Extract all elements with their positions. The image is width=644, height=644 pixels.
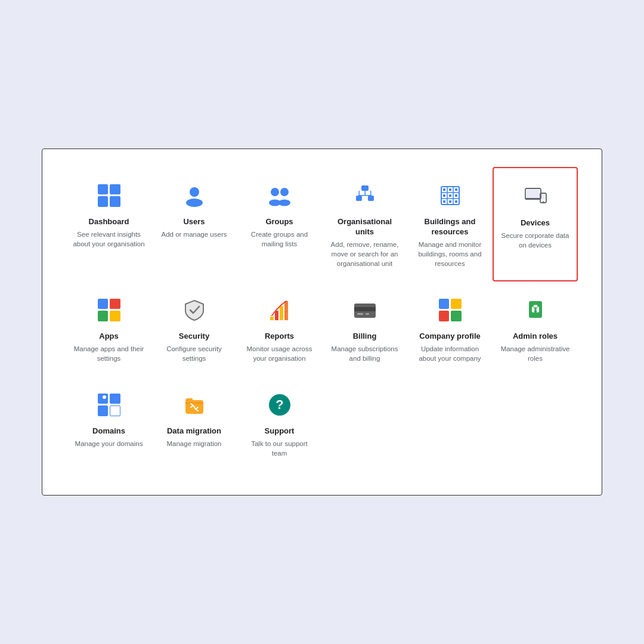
org-units-card[interactable]: Organisational units Add, remove, rename…: [322, 167, 407, 281]
company-profile-desc: Update information about your company: [413, 344, 487, 363]
devices-icon: [520, 181, 551, 212]
company-profile-icon: [435, 295, 466, 326]
svg-rect-23: [455, 194, 457, 197]
data-migration-icon: [179, 389, 210, 420]
billing-icon: [349, 295, 380, 326]
svg-rect-28: [525, 198, 541, 200]
groups-card[interactable]: Groups Create groups and mailing lists: [237, 167, 322, 281]
svg-point-31: [543, 201, 544, 202]
domains-title: Domains: [92, 426, 125, 436]
apps-icon: [94, 295, 125, 326]
svg-rect-25: [449, 200, 451, 203]
svg-point-3: [280, 188, 289, 196]
data-migration-title: Data migration: [167, 426, 221, 436]
dashboard-icon: [94, 180, 125, 211]
svg-rect-29: [527, 190, 540, 198]
svg-rect-36: [284, 301, 288, 320]
support-icon: ?: [264, 389, 295, 420]
domains-card[interactable]: Domains Manage your domains: [66, 376, 151, 471]
domains-icon: [94, 389, 125, 420]
security-icon: [179, 295, 210, 326]
card-grid: Dashboard See relevant insights about yo…: [66, 167, 578, 471]
svg-rect-32: [541, 194, 545, 200]
admin-roles-card[interactable]: Admin roles Manage administrative roles: [493, 281, 578, 376]
svg-rect-43: [533, 305, 538, 308]
svg-rect-19: [449, 188, 451, 191]
users-title: Users: [183, 217, 205, 227]
org-icon: [349, 180, 380, 211]
svg-rect-22: [449, 194, 451, 197]
svg-rect-39: [357, 313, 363, 315]
buildings-desc: Manage and monitor buildings, rooms and …: [413, 240, 487, 268]
svg-rect-6: [361, 185, 369, 191]
svg-point-0: [190, 187, 199, 197]
security-card[interactable]: Security Configure security settings: [151, 281, 237, 376]
data-migration-card[interactable]: Data migration Manage migration: [151, 376, 237, 471]
company-profile-title: Company profile: [419, 332, 481, 342]
data-migration-desc: Manage migration: [166, 439, 221, 448]
billing-title: Billing: [353, 332, 377, 342]
groups-desc: Create groups and mailing lists: [243, 230, 316, 249]
svg-rect-34: [275, 311, 278, 320]
support-title: Support: [265, 426, 295, 436]
dashboard-title: Dashboard: [89, 217, 129, 227]
security-desc: Configure security settings: [157, 344, 231, 363]
devices-title: Devices: [521, 218, 550, 228]
svg-point-44: [534, 308, 537, 310]
svg-rect-7: [364, 191, 366, 195]
apps-card[interactable]: Apps Manage apps and their settings: [66, 281, 151, 376]
svg-rect-33: [270, 317, 274, 320]
admin-panel: Dashboard See relevant insights about yo…: [42, 148, 602, 496]
reports-card[interactable]: Reports Monitor usage across your organi…: [237, 281, 322, 376]
svg-rect-12: [370, 191, 371, 196]
users-card[interactable]: Users Add or manage users: [151, 167, 237, 281]
support-desc: Talk to our support team: [243, 439, 316, 458]
reports-title: Reports: [265, 332, 294, 342]
svg-rect-35: [280, 306, 283, 320]
reports-icon: [264, 295, 295, 326]
users-icon: [179, 180, 210, 211]
svg-rect-21: [443, 194, 445, 197]
buildings-icon: [435, 180, 466, 211]
groups-title: Groups: [265, 217, 293, 227]
svg-point-2: [271, 188, 279, 196]
svg-rect-24: [443, 200, 445, 203]
company-profile-card[interactable]: Company profile Update information about…: [407, 281, 493, 376]
devices-desc: Secure corporate data on devices: [500, 231, 571, 250]
dashboard-desc: See relevant insights about your organis…: [72, 230, 145, 249]
buildings-card[interactable]: Buildings and resources Manage and monit…: [407, 167, 493, 281]
buildings-title: Buildings and resources: [413, 217, 487, 237]
svg-rect-45: [534, 310, 537, 312]
users-desc: Add or manage users: [162, 230, 227, 239]
support-card[interactable]: ? Support Talk to our support team: [237, 376, 322, 471]
devices-card[interactable]: Devices Secure corporate data on devices: [493, 167, 578, 281]
admin-roles-desc: Manage administrative roles: [499, 344, 572, 363]
empty-cell: [322, 376, 407, 471]
org-units-title: Organisational units: [328, 217, 401, 237]
svg-rect-20: [455, 188, 457, 191]
reports-desc: Monitor usage across your organisation: [243, 344, 316, 363]
svg-rect-11: [358, 191, 360, 196]
admin-roles-icon: [520, 295, 551, 326]
billing-card[interactable]: Billing Manage subscriptions and billing: [322, 281, 407, 376]
svg-text:?: ?: [275, 397, 283, 412]
groups-icon: [264, 180, 295, 211]
apps-desc: Manage apps and their settings: [72, 344, 145, 363]
admin-roles-title: Admin roles: [513, 332, 558, 342]
svg-rect-18: [443, 188, 445, 191]
billing-desc: Manage subscriptions and billing: [328, 344, 401, 363]
apps-title: Apps: [99, 332, 119, 342]
svg-rect-10: [368, 196, 374, 201]
org-units-desc: Add, remove, rename, move or search for …: [328, 240, 401, 268]
svg-rect-9: [356, 196, 362, 201]
domains-desc: Manage your domains: [75, 439, 143, 448]
security-title: Security: [179, 332, 209, 342]
svg-point-1: [186, 199, 203, 207]
svg-rect-40: [366, 313, 369, 315]
svg-rect-26: [455, 200, 457, 203]
dashboard-card[interactable]: Dashboard See relevant insights about yo…: [66, 167, 151, 281]
svg-point-5: [278, 199, 290, 206]
svg-rect-38: [354, 307, 376, 311]
